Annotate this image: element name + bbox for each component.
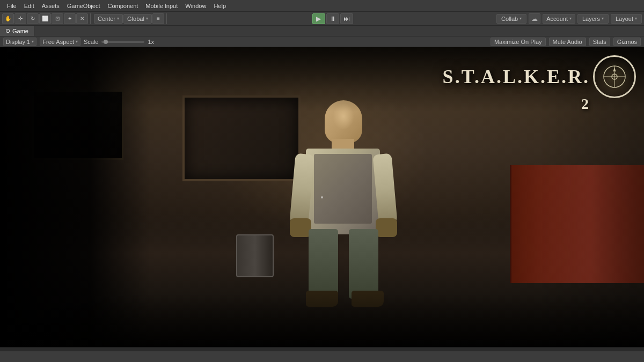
space-arrow: ▾ [146, 16, 148, 21]
aspect-btn[interactable]: Free Aspect ▾ [40, 38, 80, 46]
pause-btn[interactable]: ⏸ [326, 13, 339, 24]
char-left-hand [290, 218, 311, 237]
scale-value: 1x [148, 39, 154, 45]
game-toolbar: Display 1 ▾ Free Aspect ▾ Scale 1x Maxim… [0, 36, 644, 47]
layout-btn[interactable]: Layout ▾ [611, 14, 642, 24]
hand-tool-btn[interactable]: ✋ [2, 13, 14, 24]
viewport: S.T.A.L.K.E.R. 2 [0, 47, 644, 347]
right-toolbar: Collab ▾ ☁ Account ▾ Layers ▾ Layout ▾ [496, 13, 642, 24]
custom-tool-btn[interactable]: ✕ [76, 13, 88, 24]
rect-tool-btn[interactable]: ⊡ [52, 13, 63, 24]
bottom-shadow [0, 293, 644, 347]
layers-icon[interactable]: ≡ [152, 13, 164, 24]
game-tab-label: Game [12, 28, 28, 34]
gizmos-btn[interactable]: Gizmos [613, 38, 641, 46]
account-btn[interactable]: Account ▾ [543, 14, 575, 24]
space-btn[interactable]: Global ▾ [123, 14, 152, 24]
char-right-leg [349, 229, 378, 299]
char-right-hand [376, 218, 397, 237]
logo-emblem-icon [601, 63, 628, 90]
move-tool-btn[interactable]: ✛ [14, 13, 26, 24]
layout-label: Layout [616, 16, 633, 22]
menu-window[interactable]: Window [181, 2, 210, 10]
game-tab-icon: ⊙ [5, 27, 10, 34]
scale-thumb [104, 40, 108, 44]
stats-btn[interactable]: Stats [589, 38, 610, 46]
maximize-btn[interactable]: Maximize On Play [491, 38, 546, 46]
scale-slider[interactable] [101, 41, 144, 43]
step-btn[interactable]: ⏭ [340, 13, 353, 24]
collab-arrow: ▾ [519, 16, 522, 21]
scale-text: Scale [84, 39, 99, 45]
layout-arrow: ▾ [635, 16, 637, 21]
game-tabs: ⊙ Game [0, 26, 644, 36]
layers-arrow: ▾ [602, 16, 604, 21]
collab-label: Collab [501, 16, 518, 22]
collab-btn[interactable]: Collab ▾ [496, 14, 526, 24]
pivot-arrow: ▾ [117, 16, 119, 21]
account-label: Account [546, 16, 568, 22]
play-btn[interactable]: ▶ [312, 13, 325, 24]
char-left-leg [309, 229, 338, 299]
logo-emblem [593, 55, 636, 98]
barrel [236, 234, 274, 277]
menu-mobileinput[interactable]: Mobile Input [142, 2, 181, 10]
cloud-btn[interactable]: ☁ [529, 13, 540, 24]
logo-number: 2 [443, 95, 636, 113]
display-btn[interactable]: Display 1 ▾ [3, 38, 36, 46]
menu-assets[interactable]: Assets [38, 2, 63, 10]
aspect-label: Free Aspect [42, 39, 74, 45]
layers-btn[interactable]: Layers ▾ [577, 14, 609, 24]
transform-tool-btn[interactable]: ✦ [64, 13, 76, 24]
char-vest [314, 154, 372, 224]
display-label: Display 1 [6, 39, 30, 45]
game-logo: S.T.A.L.K.E.R. 2 [443, 55, 636, 113]
scale-tool-btn[interactable]: ⬜ [39, 13, 51, 24]
character-model [290, 100, 397, 304]
mute-btn[interactable]: Mute Audio [549, 38, 586, 46]
menu-help[interactable]: Help [210, 2, 230, 10]
menu-edit[interactable]: Edit [20, 2, 38, 10]
menu-gameobject[interactable]: GameObject [63, 2, 104, 10]
pivot-btn[interactable]: Center ▾ [94, 14, 123, 24]
menu-file[interactable]: File [3, 2, 20, 10]
display-arrow: ▾ [32, 39, 34, 44]
toolbar: ✋ ✛ ↻ ⬜ ⊡ ✦ ✕ Center ▾ Global ▾ ≡ ▶ ⏸ ⏭ … [0, 12, 644, 26]
game-tab[interactable]: ⊙ Game [0, 26, 34, 36]
pivot-label: Center [98, 16, 115, 22]
account-arrow: ▾ [569, 16, 572, 21]
logo-text: S.T.A.L.K.E.R. [443, 65, 590, 88]
menu-component[interactable]: Component [104, 2, 142, 10]
menu-bar: File Edit Assets GameObject Component Mo… [0, 0, 644, 12]
space-label: Global [127, 16, 144, 22]
bottom-bar [0, 347, 644, 351]
center-dot [321, 196, 323, 198]
layers-label: Layers [582, 16, 600, 22]
rotate-tool-btn[interactable]: ↻ [27, 13, 39, 24]
play-controls: ▶ ⏸ ⏭ [170, 13, 495, 24]
aspect-arrow: ▾ [76, 39, 78, 44]
